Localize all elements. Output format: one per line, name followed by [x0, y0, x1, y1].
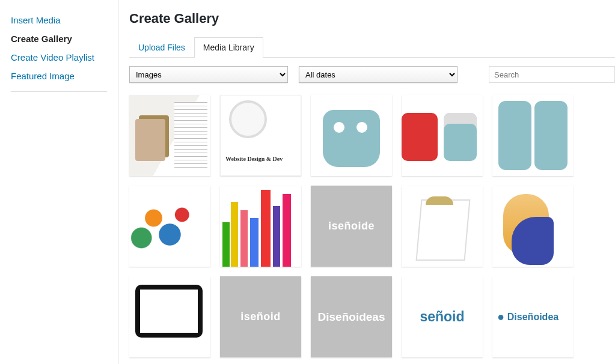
media-thumb[interactable]: iseñoid	[220, 276, 301, 357]
media-thumb[interactable]	[220, 95, 301, 176]
media-thumb[interactable]: señoid	[402, 276, 483, 357]
thumb-logo-text: iseñoide	[328, 220, 375, 232]
media-thumb[interactable]	[311, 95, 392, 176]
tab-media-library[interactable]: Media Library	[194, 37, 263, 58]
search-input[interactable]	[489, 66, 615, 83]
thumb-logo-text: Diseñoideas	[318, 311, 385, 324]
media-thumb[interactable]	[129, 276, 210, 357]
sidebar-item-featured-image[interactable]: Featured Image	[11, 67, 107, 85]
sidebar-item-create-gallery[interactable]: Create Gallery	[11, 29, 107, 48]
media-thumb[interactable]: Diseñoidea	[492, 276, 574, 357]
filter-bar: Images All dates	[129, 66, 615, 83]
thumb-logo-text: Diseñoidea	[507, 312, 558, 323]
tab-upload-files[interactable]: Upload Files	[129, 37, 194, 57]
media-type-select[interactable]: Images	[129, 66, 288, 83]
media-thumb[interactable]	[492, 186, 574, 267]
thumb-logo-text: señoid	[420, 309, 464, 325]
thumb-logo-text: iseñoid	[240, 311, 281, 323]
page-title: Create Gallery	[129, 11, 615, 26]
sidebar-divider	[11, 91, 107, 92]
sidebar-item-insert-media[interactable]: Insert Media	[11, 11, 107, 29]
media-thumb[interactable]: Diseñoideas	[311, 276, 392, 357]
media-thumb[interactable]	[492, 95, 574, 176]
sidebar: Insert Media Create Gallery Create Video…	[0, 0, 118, 364]
date-filter-select[interactable]: All dates	[299, 66, 457, 83]
media-thumb[interactable]	[402, 95, 483, 176]
sidebar-item-create-video-playlist[interactable]: Create Video Playlist	[11, 48, 107, 67]
tab-bar: Upload Files Media Library	[129, 37, 615, 58]
media-thumb[interactable]: iseñoide	[311, 186, 392, 267]
media-thumb[interactable]	[129, 95, 210, 176]
media-thumb[interactable]	[129, 186, 210, 267]
main-content: Create Gallery Upload Files Media Librar…	[118, 0, 615, 364]
media-thumb[interactable]	[220, 186, 301, 267]
media-grid: iseñoide iseñoid Diseñoideas señoid Dise…	[129, 95, 615, 364]
media-thumb[interactable]	[402, 186, 483, 267]
